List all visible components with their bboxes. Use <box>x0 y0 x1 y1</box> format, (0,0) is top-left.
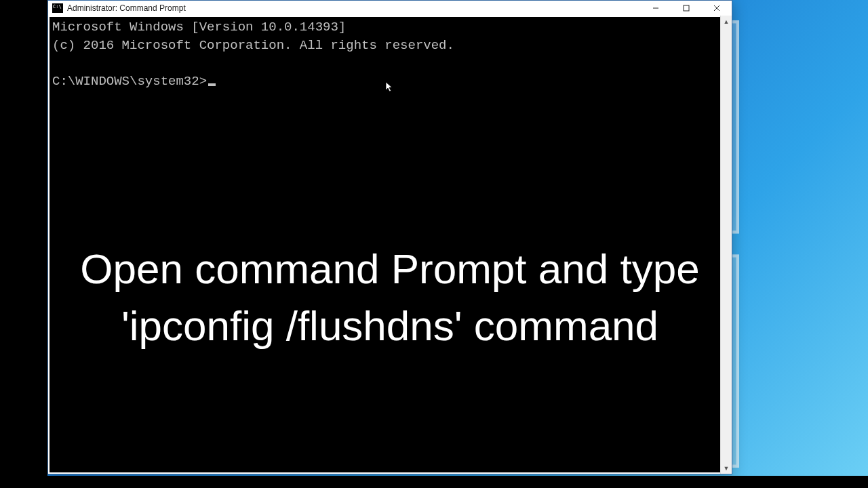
cmd-icon <box>52 3 63 13</box>
vertical-scrollbar[interactable]: ▲ ▼ <box>720 16 732 474</box>
titlebar[interactable]: Administrator: Command Prompt <box>48 1 732 16</box>
letterbox-left <box>0 0 47 488</box>
cmd-window: Administrator: Command Prompt Microsoft … <box>47 0 732 474</box>
minimize-button[interactable] <box>640 1 671 16</box>
console-line: Microsoft Windows [Version 10.0.14393] <box>52 20 346 35</box>
scroll-down-button[interactable]: ▼ <box>721 462 732 474</box>
close-button[interactable] <box>701 1 732 16</box>
scroll-up-button[interactable]: ▲ <box>721 16 732 27</box>
scroll-track[interactable] <box>721 27 732 462</box>
mouse-cursor-icon <box>323 63 332 75</box>
letterbox-bottom <box>0 476 868 488</box>
console-output[interactable]: Microsoft Windows [Version 10.0.14393] (… <box>48 16 720 474</box>
console-line: (c) 2016 Microsoft Corporation. All righ… <box>52 38 454 53</box>
console-prompt: C:\WINDOWS\system32> <box>52 74 207 89</box>
svg-rect-1 <box>684 5 689 11</box>
maximize-button[interactable] <box>671 1 701 16</box>
text-cursor <box>208 83 216 86</box>
window-title: Administrator: Command Prompt <box>67 3 186 13</box>
